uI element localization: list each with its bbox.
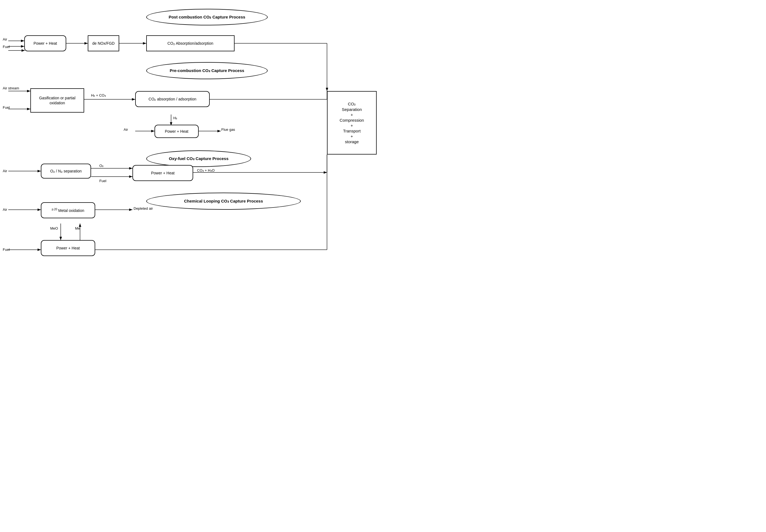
gasification-label: Gasification or partial oxidation (31, 95, 84, 105)
gasification-box: Gasification or partial oxidation (30, 88, 84, 113)
power-heat-2-label: Power + Heat (165, 129, 188, 134)
air-label-4: Air (3, 169, 7, 173)
h2-label: H₂ (173, 116, 177, 120)
power-heat-box-4: Power + Heat (41, 240, 95, 256)
o2-label: O₂ (99, 164, 103, 168)
oxy-fuel-ellipse: Oxy-fuel CO₂ Capture Process (146, 150, 251, 167)
fuel-label-2: Fuel (3, 105, 10, 110)
air-stream-label: Air stream (3, 86, 19, 90)
oxy-fuel-label: Oxy-fuel CO₂ Capture Process (169, 156, 228, 161)
co2-absorption-1-label: CO₂ Absorption/adsorption (167, 41, 213, 46)
de-nox-box: de NOx/FGD (88, 35, 119, 51)
power-heat-4-label: Power + Heat (56, 246, 80, 251)
diagram: CO₂ Separation + Compression + Transport… (0, 0, 383, 266)
metal-oxidation-label: p.20 Metal oxidation (52, 208, 84, 213)
meo-label: MeO (50, 226, 58, 230)
co2-absorption-box-1: CO₂ Absorption/adsorption (146, 35, 235, 51)
co2-absorption-2-label: CO₂ absorption / adsorption (148, 97, 196, 102)
chemical-looping-label: Chemical Looping CO₂ Capture Process (184, 199, 263, 204)
depleted-air-label: Depleted air (134, 206, 153, 211)
pre-combustion-ellipse: Pre-combustion CO₂ Capture Process (146, 62, 268, 79)
post-combustion-label: Post combustion CO₂ Capture Process (169, 15, 245, 20)
power-heat-3-label: Power + Heat (151, 171, 174, 175)
o2-n2-sep-box: O₂ / N₂ separation (41, 164, 91, 179)
chemical-looping-ellipse: Chemical Looping CO₂ Capture Process (146, 193, 301, 210)
air-label-3: Air (124, 127, 128, 132)
post-combustion-ellipse: Post combustion CO₂ Capture Process (146, 9, 268, 25)
co2-h2o-label: CO₂ + H₂O (197, 168, 215, 172)
me-label: Me (75, 226, 80, 230)
power-heat-1-label: Power + Heat (33, 41, 57, 46)
o2-n2-sep-label: O₂ / N₂ separation (50, 169, 82, 174)
co2-absorption-box-2: CO₂ absorption / adsorption (135, 91, 210, 107)
flue-gas-label: Flue gas (221, 127, 235, 132)
power-heat-box-2: Power + Heat (155, 125, 199, 138)
fuel-label-3: Fuel (99, 179, 106, 183)
fuel-label-4: Fuel (3, 248, 10, 252)
h2-co2-label: H₂ + CO₂ (91, 93, 106, 97)
air-label-5: Air (3, 208, 7, 212)
power-heat-box-1: Power + Heat (24, 35, 66, 51)
metal-oxidation-box: p.20 Metal oxidation (41, 202, 95, 218)
air-label-1: Air (3, 37, 7, 41)
power-heat-box-3: Power + Heat (132, 165, 193, 181)
fuel-label-1: Fuel (3, 45, 10, 49)
co2-storage-box: CO₂ Separation + Compression + Transport… (327, 91, 377, 155)
pre-combustion-label: Pre-combustion CO₂ Capture Process (170, 68, 244, 73)
de-nox-label: de NOx/FGD (92, 41, 115, 46)
co2-storage-label: CO₂ Separation + Compression + Transport… (340, 101, 364, 144)
